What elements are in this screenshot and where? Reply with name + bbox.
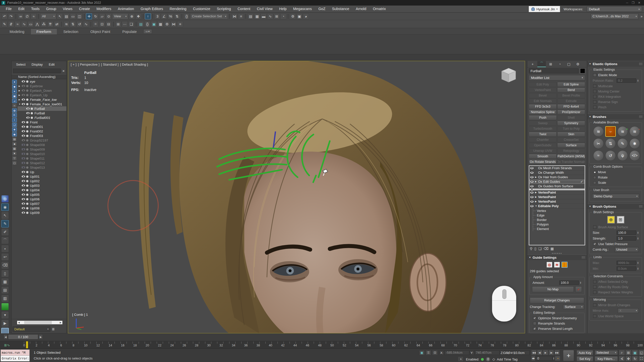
snap-vertex-icon[interactable]: ⊡ — [99, 21, 105, 27]
menu-item[interactable]: Tools — [28, 6, 43, 12]
modifier-button[interactable]: Retopology — [557, 148, 585, 153]
mirror-icon[interactable]: ⋈ — [231, 13, 237, 19]
object-color-swatch[interactable] — [580, 68, 585, 73]
modifier-stack-row[interactable]: VertexPaint — [529, 190, 585, 195]
named-sets-icon[interactable]: {} — [144, 21, 150, 27]
menu-item[interactable]: Arnold — [352, 6, 370, 12]
visibility-eye-icon[interactable] — [22, 94, 25, 96]
brush-along-surface-checkbox[interactable] — [593, 225, 596, 229]
time-tag-cube-icon[interactable]: ◇ — [492, 357, 495, 361]
minimize-button[interactable]: ─ — [626, 1, 628, 5]
pinch-icon[interactable]: ⋀ — [34, 21, 40, 27]
filter-geometry-icon[interactable]: ● — [12, 80, 17, 84]
visibility-eye-icon[interactable] — [22, 198, 25, 200]
array-icon[interactable]: ⊞ — [115, 21, 121, 27]
snap-grid-icon[interactable]: ⌗ — [93, 21, 99, 27]
isolate-icon[interactable]: ▣ — [151, 21, 157, 27]
filter-funnel-icon[interactable]: ▼ — [12, 151, 17, 156]
expand-toolbar-icon[interactable]: ▾ — [1, 311, 9, 319]
manage-scene-icon[interactable]: ⚙ — [164, 21, 170, 27]
visibility-eye-icon[interactable] — [22, 103, 25, 105]
menu-item[interactable]: Megascans — [290, 6, 315, 12]
modifier-button[interactable]: Ox Rotate Strands — [529, 159, 557, 164]
visibility-eye-icon[interactable] — [22, 203, 25, 205]
viewport-menu[interactable]: [ + ] — [71, 63, 76, 66]
scene-object-row[interactable]: Female_Face_low001 — [18, 102, 66, 106]
visibility-eye-icon[interactable] — [22, 126, 25, 128]
curve-editor-icon[interactable]: ∿ — [267, 13, 273, 19]
visibility-eye-icon[interactable] — [22, 180, 25, 182]
renderable-dot-icon[interactable] — [26, 203, 28, 205]
scene-object-row[interactable]: Up006 — [18, 197, 66, 201]
constraint-checkbox[interactable] — [593, 285, 596, 289]
renderable-dot-icon[interactable] — [31, 112, 33, 114]
prev-frame-icon[interactable]: ◀| — [537, 350, 542, 355]
visibility-eye-icon[interactable] — [22, 121, 25, 123]
viewport-menu[interactable]: [ Default Shading ] — [120, 63, 148, 66]
align-icon[interactable]: ≡ — [238, 13, 244, 19]
scene-explorer-menu-item[interactable]: Edit — [46, 63, 57, 66]
modifier-stack-row[interactable]: VertexPaint — [529, 195, 585, 199]
modifier-button[interactable]: Shell — [557, 115, 585, 120]
visibility-eye-icon[interactable] — [22, 139, 25, 141]
visibility-eye-icon[interactable] — [22, 162, 25, 164]
renderable-dot-icon[interactable] — [26, 148, 28, 151]
active-layer-dropdown[interactable]: Default — [13, 327, 50, 332]
filter-influences-icon[interactable]: ❖ — [12, 127, 17, 132]
play-icon[interactable]: ▶ — [543, 350, 548, 355]
menu-item[interactable]: Civil View — [254, 6, 276, 12]
configure-modifier-sets-icon[interactable]: ▦ — [550, 247, 554, 251]
menu-item[interactable]: Substance — [329, 6, 353, 12]
angle-snap-icon[interactable]: ∠ — [161, 13, 167, 19]
perspective-viewport[interactable]: [ + ][ Perspective ][ Standard ][ Defaul… — [68, 61, 525, 333]
scene-object-row[interactable]: FurBall — [18, 106, 66, 111]
renderable-dot-icon[interactable] — [26, 153, 28, 155]
visibility-eye-icon[interactable] — [22, 171, 25, 173]
snap-3d-icon[interactable]: 3 — [154, 13, 160, 19]
render-setup-icon[interactable]: ⚙ — [290, 13, 296, 19]
timeline-ruler[interactable]: 0246810121416182022242628303234363840424… — [0, 341, 644, 348]
filter-bones-icon[interactable]: ⌇ — [12, 118, 17, 122]
renderable-dot-icon[interactable] — [26, 180, 28, 182]
container-icon[interactable]: ▢ — [12, 161, 17, 165]
lock-explorer-icon[interactable]: ■ — [12, 142, 17, 146]
grid-display-icon[interactable]: ▦ — [1, 278, 9, 286]
scene-object-row[interactable]: Front001 — [18, 124, 66, 129]
renderable-dot-icon[interactable] — [26, 144, 28, 146]
visibility-eye-icon[interactable] — [22, 212, 25, 214]
add-strands-brush-icon[interactable]: ≋ + — [617, 126, 628, 137]
scene-object-row[interactable]: Eyelash_Down — [18, 88, 66, 93]
box-mode-icon[interactable]: ▯ — [1, 270, 9, 277]
brush-strength-field[interactable]: 1.0 — [617, 236, 636, 241]
scene-object-row[interactable]: Front003 — [18, 133, 66, 138]
auto-key-button[interactable]: Auto Key — [577, 350, 593, 355]
modifier-button[interactable]: Bevel — [529, 93, 557, 98]
scene-object-row[interactable]: Shape009 — [18, 147, 66, 152]
ribbon-tab[interactable]: Freeform — [31, 29, 57, 34]
orbit-icon[interactable]: ↻ — [632, 356, 638, 361]
flatten-icon[interactable]: ▭ — [28, 21, 34, 27]
exaggerate-icon[interactable]: ⇈ — [47, 21, 53, 27]
strand-brush-icon[interactable]: ≋ — [593, 126, 604, 137]
renderable-dot-icon[interactable] — [26, 166, 28, 169]
current-frame-field[interactable]: 0 — [536, 356, 552, 361]
visibility-eye-icon[interactable] — [26, 112, 30, 114]
filter-containers-icon[interactable]: ❑ — [12, 123, 17, 127]
scene-object-row[interactable]: Up001 — [18, 174, 66, 179]
modifier-eye-icon[interactable] — [530, 181, 534, 183]
brush-options-header[interactable]: ▼Brush Options — [587, 204, 644, 209]
remove-modifier-icon[interactable]: ⌫ — [544, 247, 549, 251]
scene-object-row[interactable]: Up005 — [18, 192, 66, 197]
select-place-icon[interactable]: ⊙ — [106, 13, 112, 19]
keyboard-override-icon[interactable]: ↑ — [145, 13, 151, 19]
constraint-checkbox[interactable] — [593, 291, 596, 294]
motion-tab-icon[interactable]: ◔ — [555, 61, 564, 67]
mirror-tool-icon[interactable]: ⋈ — [171, 21, 177, 27]
modifier-button[interactable]: Smooth — [529, 154, 557, 159]
modifier-button[interactable]: Symmetry — [557, 121, 585, 126]
time-slider-handle[interactable]: 0 / 100 — [8, 334, 38, 339]
modifier-stack-row[interactable] — [529, 189, 585, 190]
select-manipulate-icon[interactable]: ❖ — [135, 13, 141, 19]
visibility-eye-icon[interactable] — [22, 189, 25, 191]
delete-strands-icon[interactable]: ⌫ — [1, 261, 9, 269]
